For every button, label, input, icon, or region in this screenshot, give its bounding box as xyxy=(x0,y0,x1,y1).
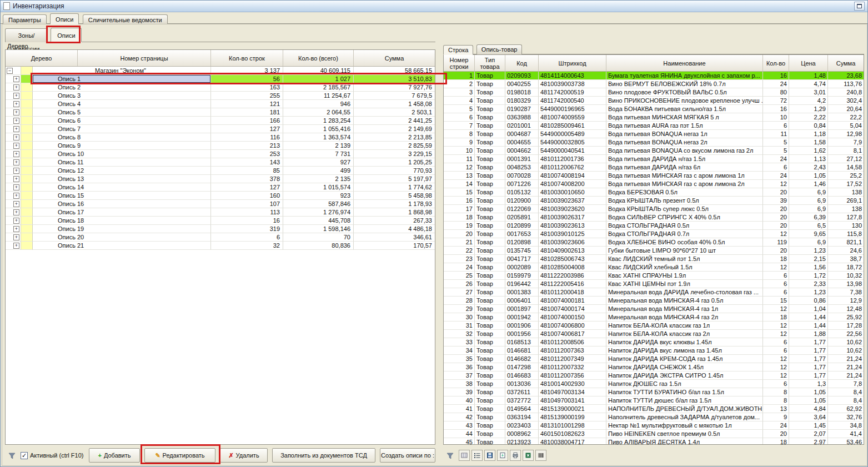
tree-row[interactable]: +Опись 141271 015,5741 774,62 xyxy=(6,183,435,192)
item-row[interactable]: 13Товар00700284810074008194Вода питьевая… xyxy=(444,172,864,180)
item-row[interactable]: 11Товар00013914810112001736Вода питьевая… xyxy=(444,155,864,163)
fill-from-tsd-button[interactable]: Заполнить из документов ТСД xyxy=(272,448,375,463)
item-row[interactable]: 12Товар00482534810112006762Вода питьевая… xyxy=(444,163,864,172)
barcode-button[interactable] xyxy=(535,450,546,461)
expand-icon[interactable]: + xyxy=(13,209,19,215)
tree-row[interactable]: +Опись 133782 1355 197,97 xyxy=(6,175,435,183)
export-button[interactable] xyxy=(497,450,508,461)
item-row[interactable]: 7Товар02010014810285009461Вода питьевая … xyxy=(444,122,864,130)
tree-row[interactable]: +Опись 71271 055,4162 149,69 xyxy=(6,125,435,133)
item-row[interactable]: 14Товар00712264810074008200Вода питьевая… xyxy=(444,180,864,188)
tree-row[interactable]: +Опись 61661 283,2542 441,25 xyxy=(6,117,435,125)
subtab-opis-tovar[interactable]: Опись-товар xyxy=(476,44,523,54)
column-header-kolvo[interactable]: Кол-во xyxy=(763,55,789,71)
expand-icon[interactable]: + xyxy=(13,93,19,99)
item-row[interactable]: 20Товар00176534810039010125Водка СТОЛЬГР… xyxy=(444,230,864,238)
item-row[interactable]: 10Товар00046625449000040541Вода питьевая… xyxy=(444,147,864,155)
tree-row[interactable]: +Опись 213280,836170,57 xyxy=(6,242,435,250)
expand-icon[interactable]: + xyxy=(13,226,19,232)
expand-icon[interactable]: + xyxy=(13,168,19,174)
item-row[interactable]: 33Товар01685134810112008506Напиток ДАРИД… xyxy=(444,338,864,347)
expand-icon[interactable]: + xyxy=(13,134,19,140)
expand-icon[interactable]: + xyxy=(13,218,19,224)
expand-icon[interactable]: + xyxy=(13,143,19,149)
column-header-shtrihkod[interactable]: Штрихкод xyxy=(539,55,606,71)
tree-row[interactable]: +Опись 92132 1392 825,59 xyxy=(6,142,435,150)
print-button[interactable] xyxy=(510,450,521,461)
excel-export-button[interactable] xyxy=(523,450,534,461)
tree-row[interactable]: +Опись 1816445,708267,33 xyxy=(6,217,435,225)
filter-icon[interactable] xyxy=(445,451,454,460)
item-row[interactable]: 29Товар00018974810074000174Минеральная в… xyxy=(444,305,864,313)
expand-icon[interactable]: + xyxy=(13,159,19,165)
column-header-nomer-stranicy[interactable]: Номер страницы xyxy=(78,50,211,66)
column-header-naimenovanie[interactable]: Наименование xyxy=(606,55,763,71)
item-row[interactable]: 8Товар00046875449000005489Вода питьевая … xyxy=(444,130,864,138)
column-header-summa[interactable]: Сумма xyxy=(354,50,435,66)
expand-icon[interactable]: + xyxy=(13,109,19,116)
column-header-kolvo-strok[interactable]: Кол-во строк xyxy=(211,50,283,66)
expand-icon[interactable]: + xyxy=(13,76,19,82)
item-row[interactable]: 35Товар01466824810112007349Напиток ДАРИД… xyxy=(444,355,864,363)
tab-opisi[interactable]: Описи xyxy=(50,13,79,24)
item-row[interactable]: 2Товар00402554810039003738Вино ВЕРМУТ БЕ… xyxy=(444,80,864,88)
edit-button[interactable]: ✎ Редактировать xyxy=(144,448,215,463)
expand-icon[interactable]: + xyxy=(13,101,19,107)
collapse-icon[interactable]: − xyxy=(7,68,13,74)
item-row[interactable]: 16Товар01209004810039023637Водка КРЫШТАЛ… xyxy=(444,197,864,205)
subtab-zony-komissii[interactable]: Зоны/комиссии xyxy=(5,28,48,42)
item-row[interactable]: 28Товар00064014810074000181Минеральная в… xyxy=(444,297,864,305)
expand-icon[interactable]: + xyxy=(13,193,19,199)
tree-root-row[interactable]: −Магазин "Эконом"3 13740 609,11558 665,1… xyxy=(6,67,435,75)
item-row[interactable]: 4Товар01803294811742000540Вино ПРИКОСНОВ… xyxy=(444,97,864,105)
delete-button[interactable]: ✗ Удалить xyxy=(220,448,268,463)
tree-row[interactable]: +Опись 151609235 458,98 xyxy=(6,192,435,200)
item-row[interactable]: 45Товар02139234810038004717Пиво АЛІВАРЫЯ… xyxy=(444,438,864,445)
item-row[interactable]: 37Товар01466834810112007356Напиток ДАРИД… xyxy=(444,371,864,380)
tree-row[interactable]: +Опись 41219461 458,08 xyxy=(6,100,435,108)
save-button[interactable] xyxy=(484,450,495,461)
item-row[interactable]: 30Товар00019424810074000150Минеральная в… xyxy=(444,313,864,322)
item-row[interactable]: 41Товар01495644815139000021НАПОЛНИТЕЛЬ Д… xyxy=(444,405,864,413)
tree-row[interactable]: +Опись 171131 276,9741 868,98 xyxy=(6,208,435,217)
expand-icon[interactable]: + xyxy=(13,184,19,190)
tree-row[interactable]: +Опись 1285499770,93 xyxy=(6,167,435,175)
item-row[interactable]: 42Товар03631944815139000199Наполнитель д… xyxy=(444,413,864,421)
item-row[interactable]: 32Товар00019564810074006817Напиток БЕЛА-… xyxy=(444,330,864,338)
item-row[interactable]: 26Товар01964424811222005416Квас ХАТНІ ЦЕ… xyxy=(444,280,864,288)
tree-row[interactable]: +Опись 81161 363,5742 213,85 xyxy=(6,133,435,142)
item-row[interactable]: 43Товар00234034813101001298Нектар №1 мул… xyxy=(444,421,864,430)
expand-icon[interactable]: + xyxy=(13,243,19,249)
tree-row[interactable]: +Опись 111439271 205,25 xyxy=(6,158,435,167)
item-row[interactable]: 22Товар01357454810409002613Губки бытовые… xyxy=(444,247,864,255)
tree-row[interactable]: +Опись 102537 7313 229,15 xyxy=(6,150,435,158)
tree-row[interactable]: +Опись 21632 185,5677 927,76 xyxy=(6,83,435,92)
tree-row[interactable]: +Опись 1561 0273 510,83 xyxy=(6,75,435,83)
active-checkbox[interactable]: ✓ Активный (ctrl F10) xyxy=(21,452,84,459)
item-row[interactable]: 21Товар01208984810039023606Водка ХЛЕБНОЕ… xyxy=(444,238,864,247)
item-row[interactable]: 25Товар01599794811222003986Квас ХАТНІ СП… xyxy=(444,272,864,280)
column-header-nomer-stroki[interactable]: Номер строки xyxy=(444,55,475,71)
column-header-tip-tovara[interactable]: Тип товара xyxy=(475,55,505,71)
maximize-button[interactable] xyxy=(854,2,865,11)
item-row[interactable]: 38Товар00130364810014002930Напиток ДЮШЕС… xyxy=(444,380,864,388)
column-header-kolvo-vsego[interactable]: Кол-во (всего) xyxy=(283,50,354,66)
item-row[interactable]: 44Товар00089624601501082623Пиво HEINEKEN… xyxy=(444,430,864,438)
item-row[interactable]: 40Товар03727724810497003141Напиток ТУТТИ… xyxy=(444,396,864,405)
item-row[interactable]: 36Товар01472984810112007332Напиток ДАРИД… xyxy=(444,363,864,371)
item-row[interactable]: 18Товар02058914810039026317Водка СИЛЬВЕР… xyxy=(444,213,864,222)
tree-row[interactable]: +Опись 51812 064,552 503,1 xyxy=(6,108,435,117)
column-header-derevo[interactable]: Дерево xyxy=(6,50,78,66)
filter-icon[interactable] xyxy=(7,451,16,460)
subtab-opisi[interactable]: Описи xyxy=(51,28,82,42)
expand-icon[interactable]: + xyxy=(13,126,19,132)
item-row[interactable]: 5Товар01902875449000196965Вода БОНАКВА п… xyxy=(444,105,864,113)
expand-icon[interactable]: + xyxy=(13,151,19,157)
add-button[interactable]: + Добавить xyxy=(89,448,140,463)
expand-icon[interactable]: + xyxy=(13,201,19,207)
grid-view-button[interactable] xyxy=(459,450,470,461)
create-by-button[interactable]: Создать описи по : xyxy=(380,448,435,463)
tree-row[interactable]: +Опись 193191 598,1464 486,18 xyxy=(6,225,435,233)
column-header-summa[interactable]: Сумма xyxy=(828,55,864,71)
column-header-cena[interactable]: Цена xyxy=(789,55,828,71)
